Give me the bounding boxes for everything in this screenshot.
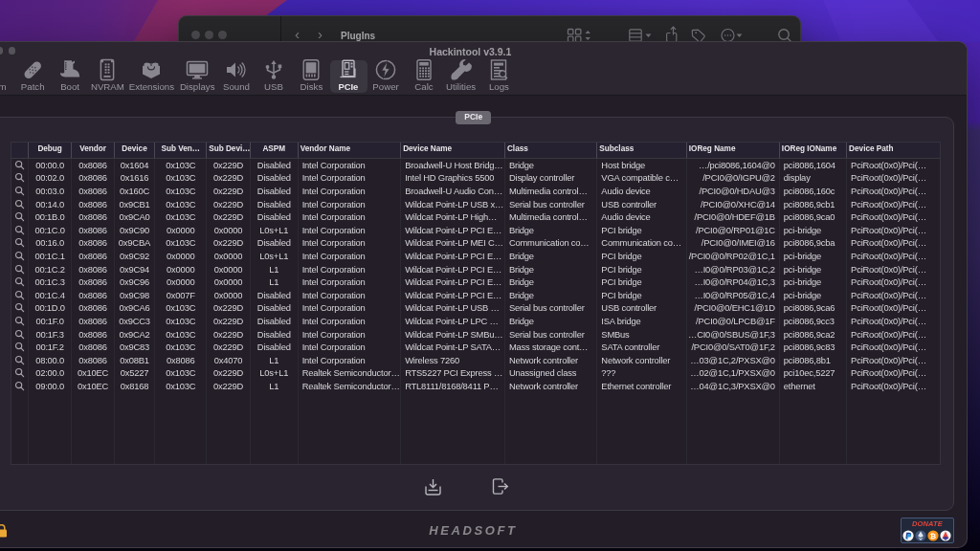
svg-text:₿: ₿: [930, 532, 936, 540]
